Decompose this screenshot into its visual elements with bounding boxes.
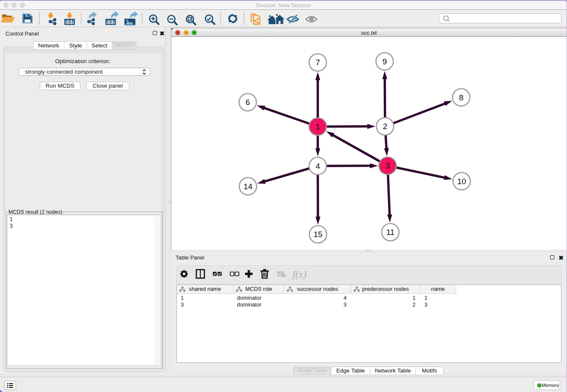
svg-text:6: 6 xyxy=(245,98,250,107)
svg-text:14: 14 xyxy=(243,182,253,191)
svg-text:2: 2 xyxy=(383,122,388,131)
svg-text:1: 1 xyxy=(316,122,320,131)
svg-text:7: 7 xyxy=(316,58,320,67)
svg-text:4: 4 xyxy=(316,162,320,171)
svg-text:8: 8 xyxy=(459,93,464,102)
svg-text:15: 15 xyxy=(314,230,322,239)
svg-text:f(x): f(x) xyxy=(292,269,306,280)
svg-text:10: 10 xyxy=(457,177,466,186)
svg-text:3: 3 xyxy=(385,161,390,170)
svg-text:9: 9 xyxy=(383,57,387,66)
svg-text:11: 11 xyxy=(386,228,395,237)
